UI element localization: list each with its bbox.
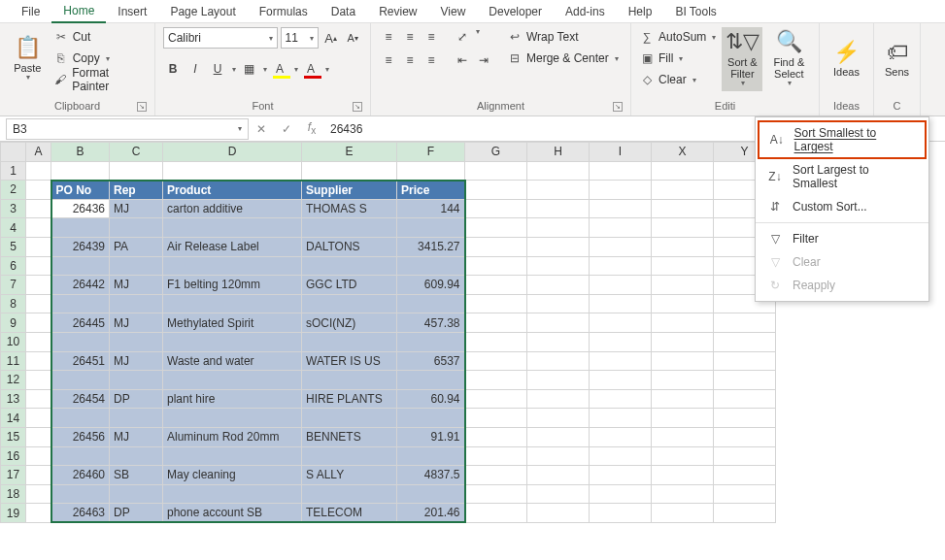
cell[interactable]: [590, 256, 652, 276]
cell[interactable]: [714, 484, 776, 504]
cell[interactable]: [527, 446, 590, 466]
align-left-button[interactable]: ≡: [379, 50, 398, 70]
column-header-I[interactable]: I: [590, 143, 652, 162]
cell[interactable]: [527, 332, 590, 351]
cell[interactable]: [51, 256, 110, 276]
cell[interactable]: Supplier: [302, 181, 397, 200]
cell[interactable]: [465, 332, 527, 351]
cell[interactable]: [652, 409, 714, 428]
cell[interactable]: [302, 161, 397, 181]
cell[interactable]: [527, 276, 590, 295]
cell[interactable]: [652, 371, 714, 390]
fx-button[interactable]: fx: [299, 120, 324, 136]
cell[interactable]: [714, 446, 776, 466]
column-header-H[interactable]: H: [527, 143, 590, 162]
underline-button[interactable]: U: [208, 59, 227, 79]
cell[interactable]: [26, 446, 51, 466]
tab-file[interactable]: File: [10, 1, 51, 22]
row-header[interactable]: 14: [1, 409, 26, 428]
cell[interactable]: [527, 351, 590, 371]
cell[interactable]: [26, 294, 51, 313]
cell[interactable]: 4837.5: [397, 466, 465, 485]
cell[interactable]: [465, 161, 527, 181]
cell[interactable]: [26, 351, 51, 371]
cell[interactable]: [527, 389, 590, 409]
row-header[interactable]: 12: [1, 371, 26, 390]
row-header[interactable]: 13: [1, 389, 26, 409]
cell[interactable]: [527, 199, 590, 218]
cell[interactable]: [714, 313, 776, 333]
cell[interactable]: [714, 351, 776, 371]
cell[interactable]: [465, 446, 527, 466]
autosum-button[interactable]: ∑AutoSum▾: [639, 27, 716, 47]
chevron-down-icon[interactable]: ▾: [238, 124, 242, 133]
sort-desc-menuitem[interactable]: Z↓Sort Largest to Smallest: [756, 158, 928, 195]
row-header[interactable]: 10: [1, 332, 26, 351]
cell[interactable]: [590, 389, 652, 409]
cell[interactable]: 3415.27: [397, 237, 465, 256]
clear-button[interactable]: ◇Clear▾: [639, 70, 716, 89]
cell[interactable]: DP: [110, 389, 163, 409]
align-right-button[interactable]: ≡: [422, 50, 441, 70]
cell[interactable]: [302, 294, 397, 313]
cell[interactable]: [465, 351, 527, 371]
cell[interactable]: [652, 332, 714, 351]
cell[interactable]: [652, 484, 714, 504]
cell[interactable]: [714, 332, 776, 351]
cell[interactable]: phone account SB: [163, 504, 302, 523]
cell[interactable]: carton additive: [163, 199, 302, 218]
dialog-launcher-icon[interactable]: ↘: [353, 102, 362, 112]
cell[interactable]: 6537: [397, 351, 465, 371]
cell[interactable]: [163, 294, 302, 313]
cell[interactable]: [51, 371, 110, 390]
cell[interactable]: 26463: [51, 504, 110, 523]
cell[interactable]: BENNETS: [302, 427, 397, 446]
cell[interactable]: DALTONS: [302, 237, 397, 256]
cell[interactable]: [26, 199, 51, 218]
cell[interactable]: [302, 409, 397, 428]
cell[interactable]: [590, 409, 652, 428]
cell[interactable]: sOCI(NZ): [302, 313, 397, 333]
cell[interactable]: [465, 276, 527, 295]
bold-button[interactable]: B: [163, 59, 183, 79]
cell[interactable]: [163, 371, 302, 390]
cell[interactable]: [714, 504, 776, 523]
cell[interactable]: [465, 181, 527, 200]
cell[interactable]: [714, 409, 776, 428]
cell[interactable]: [397, 484, 465, 504]
cell[interactable]: DP: [110, 504, 163, 523]
cell[interactable]: [26, 218, 51, 238]
cell[interactable]: Product: [163, 181, 302, 200]
cell[interactable]: [26, 466, 51, 485]
row-header[interactable]: 19: [1, 504, 26, 523]
cell[interactable]: 26451: [51, 351, 110, 371]
cell[interactable]: [26, 409, 51, 428]
cell[interactable]: [652, 276, 714, 295]
cell[interactable]: [527, 409, 590, 428]
cell[interactable]: F1 belting 120mm: [163, 276, 302, 295]
cell[interactable]: [465, 237, 527, 256]
column-header-D[interactable]: D: [163, 143, 302, 162]
cell[interactable]: [527, 427, 590, 446]
cell[interactable]: [110, 294, 163, 313]
sort-asc-menuitem[interactable]: A↓Sort Smallest to Largest: [758, 120, 927, 159]
cell[interactable]: [590, 294, 652, 313]
cell[interactable]: [465, 504, 527, 523]
cell[interactable]: [26, 484, 51, 504]
row-header[interactable]: 3: [1, 199, 26, 218]
sensitivity-button[interactable]: 🏷 Sens: [882, 27, 912, 91]
cell[interactable]: MJ: [110, 351, 163, 371]
align-top-button[interactable]: ≡: [379, 27, 398, 47]
cell[interactable]: [163, 484, 302, 504]
cell[interactable]: [397, 218, 465, 238]
cell[interactable]: Rep: [110, 181, 163, 200]
cell[interactable]: 26460: [51, 466, 110, 485]
column-header-A[interactable]: A: [26, 143, 51, 162]
cell[interactable]: [110, 218, 163, 238]
dialog-launcher-icon[interactable]: ↘: [137, 102, 147, 112]
cell[interactable]: [465, 218, 527, 238]
cell[interactable]: [527, 313, 590, 333]
cell[interactable]: [652, 313, 714, 333]
cell[interactable]: [590, 181, 652, 200]
merge-center-button[interactable]: ⊟Merge & Center▾: [507, 49, 619, 68]
